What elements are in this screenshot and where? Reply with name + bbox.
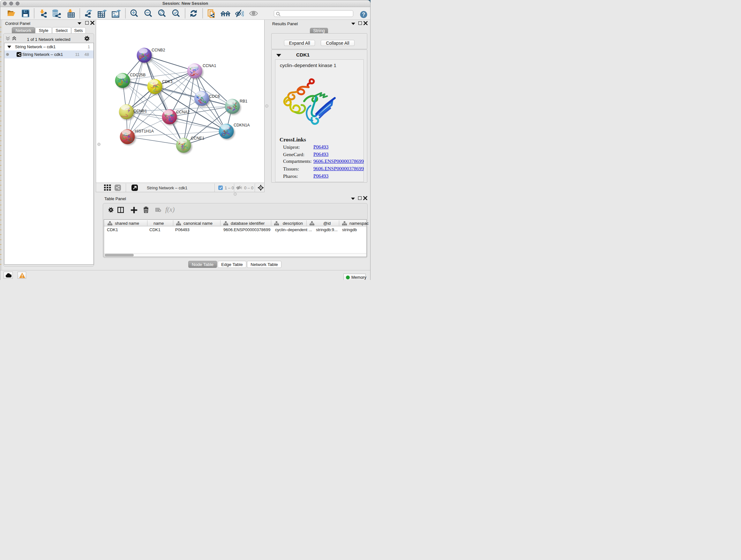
svg-text:CDC6: CDC6 (209, 94, 220, 99)
svg-text:CCNE1: CCNE1 (191, 136, 204, 140)
svg-text:CCNB2: CCNB2 (151, 48, 165, 52)
svg-text:CDKN1A: CDKN1A (233, 123, 250, 127)
svg-text:CDK1: CDK1 (162, 79, 173, 84)
svg-text:RB1: RB1 (240, 99, 247, 104)
svg-text:?: ? (362, 12, 365, 17)
svg-text:CDC25B: CDC25B (130, 73, 145, 77)
svg-text:CCNA1: CCNA1 (203, 64, 216, 68)
svg-text:CCNA2: CCNA2 (176, 110, 190, 114)
svg-text:HIST1H1A: HIST1H1A (135, 129, 154, 133)
svg-text:CCNB1: CCNB1 (133, 109, 147, 113)
